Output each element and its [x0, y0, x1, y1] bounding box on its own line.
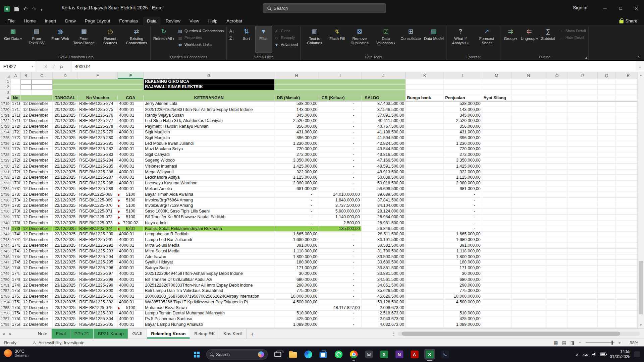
- sign-in-button[interactable]: Sign in: [573, 5, 587, 10]
- cell-saldo[interactable]: 41.198.500,00: [362, 130, 406, 135]
- cell-ayat[interactable]: [482, 164, 512, 169]
- row-header[interactable]: 1757: [0, 316, 11, 322]
- cell-db[interactable]: -: [274, 220, 319, 226]
- cell-saldo[interactable]: 34.561.500,00: [362, 277, 406, 283]
- terminal-button[interactable]: >_: [439, 349, 450, 360]
- column-header-f[interactable]: F: [118, 72, 144, 79]
- cell-coa[interactable]: 4000.01: [118, 322, 144, 328]
- cell-bulan[interactable]: 12 Desember: [20, 152, 53, 158]
- cell-bulan[interactable]: 12 Desember: [20, 311, 53, 317]
- cell-keterangan[interactable]: Led Module Irwan Juliandi: [144, 141, 274, 147]
- cell-cr[interactable]: -: [319, 169, 361, 175]
- cell-bunga[interactable]: [406, 254, 444, 260]
- cell[interactable]: [568, 249, 597, 254]
- cell-cr[interactable]: -: [319, 118, 361, 124]
- cell-bunga[interactable]: [406, 169, 444, 175]
- cell[interactable]: [616, 316, 638, 322]
- cell-bunga[interactable]: [406, 135, 444, 141]
- cell[interactable]: [616, 209, 638, 215]
- cell[interactable]: [568, 113, 597, 118]
- cell-voucher[interactable]: RSE-BM1225-276: [78, 113, 118, 118]
- cell-keterangan[interactable]: Ledchandra Aditya: [144, 175, 274, 181]
- cell[interactable]: [32, 79, 52, 84]
- cell-saldo[interactable]: 50.126.500,00: [362, 300, 406, 305]
- cell-saldo[interactable]: 39.689.500,00: [362, 192, 406, 198]
- cell-db[interactable]: 510.000,00: [274, 311, 319, 317]
- cell[interactable]: [511, 271, 546, 277]
- row-header[interactable]: 1754: [0, 300, 11, 305]
- cell-ayat[interactable]: [482, 220, 512, 226]
- cell[interactable]: [568, 124, 597, 130]
- cell-penjualan[interactable]: 1.665.000,00: [444, 232, 482, 237]
- cell-keterangan[interactable]: Mitra Solusi Media: [144, 249, 274, 254]
- cell-cr[interactable]: -: [319, 300, 361, 305]
- cell-tanggal[interactable]: 22/12/2025: [53, 215, 78, 220]
- header-keterangan[interactable]: KETERANGAN: [144, 95, 274, 101]
- cell-saldo[interactable]: 26.984.000,00: [362, 215, 406, 220]
- subtotal-button[interactable]: ∑Subtotal: [540, 26, 556, 52]
- cell-voucher[interactable]: RSE-BM1225-304: [78, 316, 118, 322]
- excel-pinned-button[interactable]: X: [379, 349, 389, 360]
- cell[interactable]: [406, 90, 444, 95]
- cell[interactable]: [546, 79, 568, 84]
- cell-saldo[interactable]: 33.881.500,00: [362, 271, 406, 277]
- ungroup-button[interactable]: ⇇Ungroup: [520, 26, 539, 52]
- taskbar-search-box[interactable]: Search: [206, 349, 268, 359]
- cell-ayat[interactable]: [482, 192, 512, 198]
- cell-coa[interactable]: 4000.01: [118, 311, 144, 317]
- cell[interactable]: [598, 277, 616, 283]
- maximize-button[interactable]: [613, 0, 629, 16]
- cell[interactable]: [568, 316, 597, 322]
- cell-no[interactable]: 1734: [11, 198, 20, 203]
- cell-saldo[interactable]: 41.594.500,00: [362, 135, 406, 141]
- cell-no[interactable]: 1749: [11, 283, 20, 288]
- cell[interactable]: [546, 113, 568, 118]
- cell-penjualan[interactable]: 1.118.000,00: [444, 249, 482, 254]
- cell-bunga[interactable]: [406, 232, 444, 237]
- collapse-ribbon-button[interactable]: [637, 55, 640, 59]
- cell[interactable]: [444, 79, 482, 84]
- cell-no[interactable]: 1719: [11, 118, 20, 124]
- cell-bulan[interactable]: 12 Desember: [20, 175, 53, 181]
- cell-db[interactable]: 171.000,00: [274, 265, 319, 271]
- cell[interactable]: [598, 107, 616, 113]
- cell[interactable]: [616, 237, 638, 243]
- cell-voucher[interactable]: RSE-BM1225-279: [78, 130, 118, 135]
- cell-keterangan[interactable]: Sigit Cahyadi: [144, 152, 274, 158]
- cell[interactable]: [546, 209, 568, 215]
- cell-coa[interactable]: 4000.01: [118, 118, 144, 124]
- cell-cr[interactable]: -: [319, 283, 361, 288]
- cell[interactable]: [546, 232, 568, 237]
- cell-penjualan[interactable]: 1.125.000,00: [444, 175, 482, 181]
- cell-no[interactable]: 1722: [11, 135, 20, 141]
- cell[interactable]: [511, 192, 546, 198]
- cell[interactable]: [568, 79, 597, 84]
- cell-db[interactable]: 272.000,00: [274, 152, 319, 158]
- cell-no[interactable]: 1726: [11, 158, 20, 164]
- cell-saldo[interactable]: 37.891.500,00: [362, 113, 406, 118]
- cell-bunga[interactable]: [406, 300, 444, 305]
- cell-cr[interactable]: -: [319, 260, 361, 265]
- cell-voucher[interactable]: RSE-BM1225-305: [78, 322, 118, 328]
- cell-cr[interactable]: -: [319, 135, 361, 141]
- cell[interactable]: [546, 147, 568, 153]
- cell[interactable]: [11, 90, 20, 95]
- cell-penjualan[interactable]: 680.000,00: [444, 277, 482, 283]
- cell-no[interactable]: 1731: [11, 186, 20, 192]
- row-header[interactable]: 1723: [0, 124, 11, 130]
- cell-penjualan[interactable]: 345.000,00: [444, 113, 482, 118]
- cell-cr[interactable]: -: [319, 249, 361, 254]
- cell-ayat[interactable]: [482, 181, 512, 186]
- cell-coa[interactable]: 4000.01: [118, 249, 144, 254]
- cell-no[interactable]: 1754: [11, 311, 20, 317]
- file-explorer-button[interactable]: [287, 349, 298, 360]
- cell-voucher[interactable]: RSE-BM1225-288: [78, 181, 118, 186]
- cell-penjualan[interactable]: 510.000,00: [444, 311, 482, 317]
- cell-db[interactable]: -: [274, 198, 319, 203]
- row-header[interactable]: 1719: [0, 101, 11, 107]
- cell-saldo[interactable]: 2.518.673,00: [362, 311, 406, 317]
- cell[interactable]: [568, 118, 597, 124]
- header-voucher[interactable]: No Voucher: [78, 95, 118, 101]
- data-model-button[interactable]: ▤Data Model: [423, 26, 445, 52]
- cell-keterangan[interactable]: Muhamad Reza Siswa: [144, 305, 274, 311]
